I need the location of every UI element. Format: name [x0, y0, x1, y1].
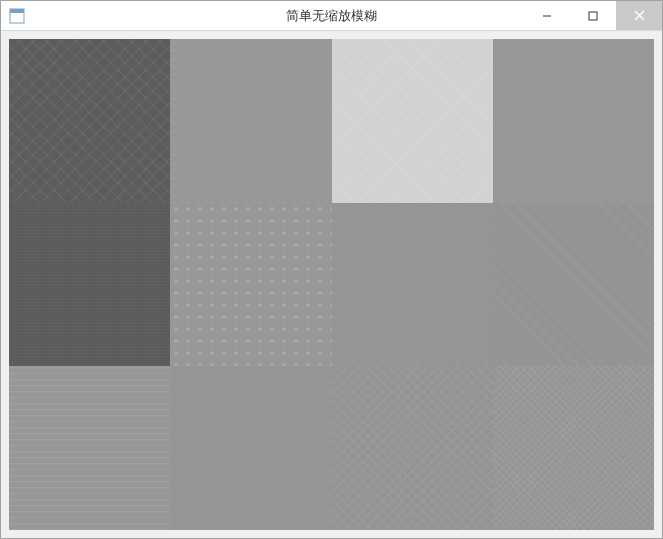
app-window: 简单无缩放模糊 — [0, 0, 663, 539]
minimize-icon — [542, 11, 552, 21]
titlebar[interactable]: 简单无缩放模糊 — [1, 1, 662, 31]
texture-tile — [493, 39, 654, 203]
texture-tile — [9, 203, 170, 367]
close-button[interactable] — [616, 1, 662, 30]
svg-rect-1 — [10, 9, 24, 13]
svg-rect-3 — [589, 12, 597, 20]
texture-tile — [493, 203, 654, 367]
texture-tile — [332, 203, 493, 367]
texture-tile — [170, 39, 331, 203]
window-controls — [524, 1, 662, 30]
texture-tile — [9, 366, 170, 530]
minimize-button[interactable] — [524, 1, 570, 30]
maximize-icon — [588, 11, 598, 21]
texture-tile — [493, 366, 654, 530]
client-area — [1, 31, 662, 538]
close-icon — [634, 10, 645, 21]
texture-tile — [9, 39, 170, 203]
app-icon — [9, 8, 25, 24]
image-canvas — [9, 39, 654, 530]
texture-tile — [170, 366, 331, 530]
texture-tile — [170, 203, 331, 367]
texture-tile — [332, 39, 493, 203]
maximize-button[interactable] — [570, 1, 616, 30]
texture-tile — [332, 366, 493, 530]
